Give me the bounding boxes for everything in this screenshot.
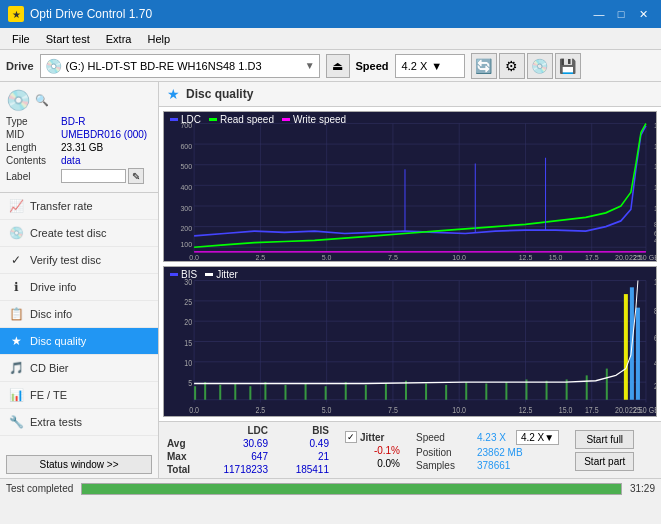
- jitter-checkbox-row: ✓ Jitter: [345, 431, 384, 443]
- svg-text:400: 400: [180, 182, 192, 192]
- sidebar-item-create-test-disc[interactable]: 💿 Create test disc: [0, 220, 158, 247]
- svg-text:25: 25: [184, 296, 192, 307]
- disc-mid-row: MID UMEBDR016 (000): [6, 129, 152, 140]
- avg-jitter-row: -0.1%: [345, 445, 400, 456]
- sidebar-item-extra-tests[interactable]: 🔧 Extra tests: [0, 409, 158, 436]
- chart2-legend: BIS Jitter: [170, 269, 238, 280]
- sidebar-item-verify-test-disc[interactable]: ✓ Verify test disc: [0, 247, 158, 274]
- menu-file[interactable]: File: [4, 31, 38, 47]
- start-part-button[interactable]: Start part: [575, 452, 634, 471]
- svg-text:2.5: 2.5: [256, 404, 266, 415]
- sidebar-item-cd-bier[interactable]: 🎵 CD Bier: [0, 355, 158, 382]
- svg-text:15: 15: [184, 336, 192, 347]
- svg-rect-90: [305, 383, 307, 399]
- position-label: Position: [416, 447, 471, 458]
- svg-text:10.0: 10.0: [452, 252, 466, 261]
- chart1-legend: LDC Read speed Write speed: [170, 114, 346, 125]
- status-window-button[interactable]: Status window >>: [6, 455, 152, 474]
- disc-contents-row: Contents data: [6, 155, 152, 166]
- statusbar: Test completed 31:29: [0, 478, 661, 498]
- speed-selector[interactable]: 4.2 X ▼: [395, 54, 465, 78]
- menu-extra[interactable]: Extra: [98, 31, 140, 47]
- extra-tests-label: Extra tests: [30, 416, 82, 428]
- svg-rect-0: [164, 112, 656, 261]
- legend-read-speed: Read speed: [209, 114, 274, 125]
- speed-select-value: 4.2 X: [521, 432, 544, 443]
- content-header-title: Disc quality: [186, 87, 253, 101]
- read-speed-dot: [209, 118, 217, 121]
- sidebar-nav: 📈 Transfer rate 💿 Create test disc ✓ Ver…: [0, 193, 158, 451]
- drive-text: (G:) HL-DT-ST BD-RE WH16NS48 1.D3: [66, 60, 301, 72]
- transfer-rate-icon: 📈: [8, 198, 24, 214]
- svg-text:100: 100: [180, 240, 192, 250]
- read-speed-label: Read speed: [220, 114, 274, 125]
- maximize-button[interactable]: □: [611, 5, 631, 23]
- sidebar-item-fe-te[interactable]: 📊 FE / TE: [0, 382, 158, 409]
- label-edit-button[interactable]: ✎: [128, 168, 144, 184]
- svg-rect-97: [445, 385, 447, 400]
- drive-selector[interactable]: 💿 (G:) HL-DT-ST BD-RE WH16NS48 1.D3 ▼: [40, 54, 320, 78]
- samples-value: 378661: [477, 460, 510, 471]
- svg-text:10%: 10%: [654, 276, 656, 287]
- svg-rect-86: [234, 383, 236, 399]
- titlebar-controls[interactable]: — □ ✕: [589, 5, 653, 23]
- status-text: Test completed: [6, 483, 73, 494]
- empty-header: [167, 425, 207, 436]
- menu-start-test[interactable]: Start test: [38, 31, 98, 47]
- max-label: Max: [167, 451, 207, 462]
- drivebar: Drive 💿 (G:) HL-DT-ST BD-RE WH16NS48 1.D…: [0, 50, 661, 82]
- sidebar-item-disc-info[interactable]: 📋 Disc info: [0, 301, 158, 328]
- svg-rect-96: [425, 383, 427, 399]
- chart2-svg: 30 25 20 15 10 5 10% 8% 6% 4% 2% 0.0: [164, 267, 656, 416]
- svg-rect-105: [606, 369, 608, 400]
- svg-text:10X: 10X: [654, 203, 656, 213]
- svg-text:12X: 12X: [654, 182, 656, 192]
- svg-text:0.0: 0.0: [189, 404, 199, 415]
- menu-help[interactable]: Help: [139, 31, 178, 47]
- svg-text:7.5: 7.5: [388, 404, 398, 415]
- svg-text:17.5: 17.5: [585, 252, 599, 261]
- type-value: BD-R: [61, 116, 152, 127]
- progress-bar-fill: [82, 484, 621, 494]
- ldc-bis-stats: LDC BIS Avg 30.69 0.49 Max 647 21 Total …: [167, 425, 329, 475]
- svg-rect-85: [219, 385, 221, 400]
- disc-action-button[interactable]: 💿: [527, 53, 553, 79]
- close-button[interactable]: ✕: [633, 5, 653, 23]
- svg-text:17.5: 17.5: [585, 404, 599, 415]
- charts-container: LDC Read speed Write speed: [159, 107, 661, 421]
- disc-info-icon: 📋: [8, 306, 24, 322]
- eject-button[interactable]: ⏏: [326, 54, 350, 78]
- minimize-button[interactable]: —: [589, 5, 609, 23]
- svg-text:15.0: 15.0: [559, 404, 573, 415]
- svg-rect-95: [405, 381, 407, 400]
- start-buttons: Start full Start part: [575, 430, 634, 471]
- settings-button[interactable]: ⚙: [499, 53, 525, 79]
- svg-text:5.0: 5.0: [322, 252, 332, 261]
- jitter-checkbox[interactable]: ✓: [345, 431, 357, 443]
- verify-test-disc-icon: ✓: [8, 252, 24, 268]
- speed-position-stats: Speed 4.23 X 4.2 X ▼ Position 23862 MB S…: [416, 430, 559, 471]
- svg-text:10.0: 10.0: [452, 404, 466, 415]
- svg-rect-106: [624, 294, 628, 400]
- content-area: ★ Disc quality LDC Read speed: [159, 82, 661, 478]
- svg-text:8X: 8X: [654, 219, 656, 229]
- speed-select[interactable]: 4.2 X ▼: [516, 430, 559, 445]
- refresh-button[interactable]: 🔄: [471, 53, 497, 79]
- svg-text:14X: 14X: [654, 162, 656, 172]
- app-icon: ★: [8, 6, 24, 22]
- speed-stat-value: 4.23 X: [477, 432, 506, 443]
- drive-label: Drive: [6, 60, 34, 72]
- save-button[interactable]: 💾: [555, 53, 581, 79]
- sidebar-item-transfer-rate[interactable]: 📈 Transfer rate: [0, 193, 158, 220]
- sidebar-item-drive-info[interactable]: ℹ Drive info: [0, 274, 158, 301]
- start-full-button[interactable]: Start full: [575, 430, 634, 449]
- sidebar-item-disc-quality[interactable]: ★ Disc quality: [0, 328, 158, 355]
- titlebar-left: ★ Opti Drive Control 1.70: [8, 6, 152, 22]
- label-label: Label: [6, 171, 61, 182]
- drive-dropdown-arrow: ▼: [305, 60, 315, 71]
- label-input[interactable]: [61, 169, 126, 183]
- legend-jitter: Jitter: [205, 269, 238, 280]
- svg-rect-98: [465, 382, 467, 400]
- jitter-header-label: Jitter: [360, 432, 384, 443]
- svg-rect-102: [546, 381, 548, 400]
